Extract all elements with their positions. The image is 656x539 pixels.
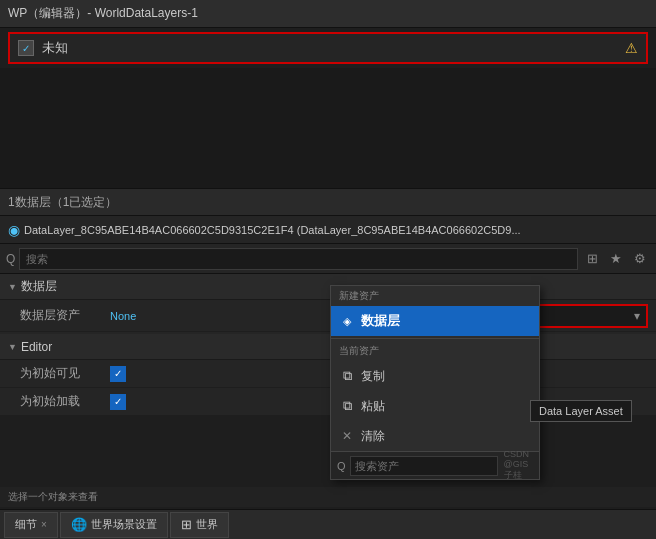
current-assets-header: 当前资产	[331, 341, 539, 361]
clear-icon: ✕	[339, 428, 355, 444]
initially-visible-row: 为初始可见	[0, 360, 656, 388]
dark-area	[0, 68, 656, 188]
none-label: None	[110, 310, 136, 322]
id-bar: ◉ DataLayer_8C95ABE14B4AC066602C5D9315C2…	[0, 216, 656, 244]
context-menu-item-copy[interactable]: ⧉ 复制	[331, 361, 539, 391]
context-search-icon: Q	[337, 460, 346, 472]
grid-icon[interactable]: ⊞	[582, 249, 602, 269]
context-search-area: Q CSDN @GIS子桂	[331, 451, 539, 479]
search-input[interactable]	[19, 248, 578, 270]
unknown-row: 未知 ⚠	[8, 32, 648, 64]
initially-visible-checkbox[interactable]	[110, 366, 126, 382]
count-text: 1数据层（1已选定）	[8, 194, 117, 211]
bottom-tab-bar: 细节 × 🌐 世界场景设置 ⊞ 世界	[0, 509, 656, 539]
id-text: DataLayer_8C95ABE14B4AC066602C5D9315C2E1…	[24, 224, 521, 236]
search-bar: Q ⊞ ★ ⚙	[0, 244, 656, 274]
id-bullet: ◉	[8, 222, 20, 238]
tab-world-scene[interactable]: 🌐 世界场景设置	[60, 512, 168, 538]
dropdown-chevron: ▾	[634, 309, 640, 323]
status-text: 选择一个对象来查看	[8, 490, 98, 504]
context-menu-item-data-layer[interactable]: ◈ 数据层	[331, 306, 539, 336]
initially-loaded-label: 为初始加载	[20, 393, 110, 410]
copy-icon: ⧉	[339, 368, 355, 384]
watermark-text: CSDN @GIS子桂	[504, 449, 533, 482]
context-menu-item-paste[interactable]: ⧉ 粘贴	[331, 391, 539, 421]
context-menu: 新建资产 ◈ 数据层 当前资产 ⧉ 复制 ⧉ 粘贴 ✕ 清除 Q CSDN @G…	[330, 285, 540, 480]
context-search-input[interactable]	[350, 456, 498, 476]
data-layer-asset-row: 数据层资产 None 无 ▾	[0, 300, 656, 332]
section-data-layer-label: 数据层	[21, 278, 57, 295]
tab-world-scene-globe-icon: 🌐	[71, 517, 87, 532]
count-bar: 1数据层（1已选定）	[0, 188, 656, 216]
title-text: WP（编辑器）- WorldDataLayers-1	[8, 5, 198, 22]
tooltip-text: Data Layer Asset	[539, 405, 623, 417]
context-menu-data-layer-label: 数据层	[361, 312, 400, 330]
initially-visible-label: 为初始可见	[20, 365, 110, 382]
context-menu-paste-label: 粘贴	[361, 398, 385, 415]
title-bar: WP（编辑器）- WorldDataLayers-1	[0, 0, 656, 28]
new-assets-header: 新建资产	[331, 286, 539, 306]
section-data-layer[interactable]: ▼ 数据层	[0, 274, 656, 300]
context-menu-clear-label: 清除	[361, 428, 385, 445]
initially-loaded-checkbox[interactable]	[110, 394, 126, 410]
tab-world-scene-label: 世界场景设置	[91, 517, 157, 532]
tab-details-label: 细节	[15, 517, 37, 532]
warning-icon: ⚠	[625, 40, 638, 56]
unknown-checkbox[interactable]	[18, 40, 34, 56]
tab-close-icon[interactable]: ×	[41, 519, 47, 530]
search-icon: Q	[6, 252, 15, 266]
data-layer-asset-label: 数据层资产	[20, 307, 110, 324]
paste-icon: ⧉	[339, 398, 355, 414]
tab-world-label: 世界	[196, 517, 218, 532]
section-editor[interactable]: ▼ Editor	[0, 334, 656, 360]
section-editor-label: Editor	[21, 340, 52, 354]
context-menu-divider-1	[331, 338, 539, 339]
unknown-label: 未知	[42, 39, 68, 57]
context-menu-item-clear[interactable]: ✕ 清除	[331, 421, 539, 451]
editor-arrow-icon: ▼	[8, 342, 17, 352]
context-menu-copy-label: 复制	[361, 368, 385, 385]
tab-world[interactable]: ⊞ 世界	[170, 512, 229, 538]
data-layer-icon: ◈	[339, 313, 355, 329]
props-panel: ▼ 数据层 数据层资产 None 无 ▾ ▼ Editor 为初始可见 为初始加…	[0, 274, 656, 416]
tab-details[interactable]: 细节 ×	[4, 512, 58, 538]
gear-icon[interactable]: ⚙	[630, 249, 650, 269]
tab-world-grid-icon: ⊞	[181, 517, 192, 532]
tooltip-box: Data Layer Asset	[530, 400, 632, 422]
bottom-status: 选择一个对象来查看	[0, 487, 656, 507]
section-arrow-icon: ▼	[8, 282, 17, 292]
star-icon[interactable]: ★	[606, 249, 626, 269]
